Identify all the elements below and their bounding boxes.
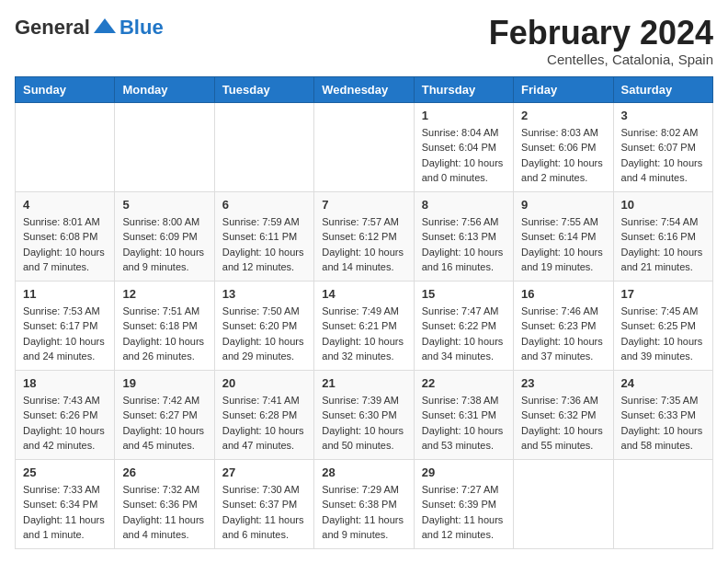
day-info: Sunrise: 7:49 AM Sunset: 6:21 PM Dayligh…	[322, 304, 405, 364]
day-number: 27	[222, 465, 306, 479]
calendar-cell	[613, 459, 712, 548]
calendar-cell: 10Sunrise: 7:54 AM Sunset: 6:16 PM Dayli…	[613, 191, 712, 281]
day-number: 28	[322, 465, 405, 479]
calendar-cell: 5Sunrise: 8:00 AM Sunset: 6:09 PM Daylig…	[115, 191, 214, 281]
day-info: Sunrise: 7:39 AM Sunset: 6:30 PM Dayligh…	[322, 393, 405, 454]
day-info: Sunrise: 7:54 AM Sunset: 6:16 PM Dayligh…	[621, 214, 705, 275]
day-info: Sunrise: 7:42 AM Sunset: 6:27 PM Dayligh…	[122, 393, 206, 454]
day-number: 18	[23, 376, 107, 390]
day-number: 2	[521, 109, 605, 122]
calendar-cell: 9Sunrise: 7:55 AM Sunset: 6:14 PM Daylig…	[514, 191, 613, 281]
weekday-header-friday: Friday	[514, 76, 613, 102]
calendar-cell: 28Sunrise: 7:29 AM Sunset: 6:38 PM Dayli…	[314, 459, 414, 548]
day-info: Sunrise: 7:59 AM Sunset: 6:11 PM Dayligh…	[222, 214, 306, 275]
day-info: Sunrise: 8:04 AM Sunset: 6:04 PM Dayligh…	[422, 125, 506, 186]
calendar-body: 1Sunrise: 8:04 AM Sunset: 6:04 PM Daylig…	[16, 102, 713, 548]
day-info: Sunrise: 7:32 AM Sunset: 6:36 PM Dayligh…	[122, 482, 206, 543]
day-info: Sunrise: 7:36 AM Sunset: 6:32 PM Dayligh…	[521, 393, 605, 454]
day-info: Sunrise: 7:33 AM Sunset: 6:34 PM Dayligh…	[23, 482, 107, 543]
logo-general-text: General	[15, 16, 90, 40]
day-info: Sunrise: 7:41 AM Sunset: 6:28 PM Dayligh…	[222, 393, 306, 454]
day-info: Sunrise: 7:35 AM Sunset: 6:33 PM Dayligh…	[621, 393, 705, 454]
calendar-cell: 3Sunrise: 8:02 AM Sunset: 6:07 PM Daylig…	[613, 102, 712, 191]
day-info: Sunrise: 7:47 AM Sunset: 6:22 PM Dayligh…	[422, 304, 506, 364]
day-number: 21	[322, 376, 405, 390]
logo: General Blue	[15, 15, 164, 40]
calendar-cell: 15Sunrise: 7:47 AM Sunset: 6:22 PM Dayli…	[414, 281, 513, 370]
day-number: 7	[322, 198, 405, 212]
day-info: Sunrise: 7:55 AM Sunset: 6:14 PM Dayligh…	[521, 214, 605, 275]
calendar-cell	[115, 102, 214, 191]
weekday-header-monday: Monday	[115, 76, 214, 102]
day-info: Sunrise: 7:46 AM Sunset: 6:23 PM Dayligh…	[521, 304, 605, 364]
day-info: Sunrise: 8:02 AM Sunset: 6:07 PM Dayligh…	[621, 125, 705, 186]
day-number: 22	[422, 376, 506, 390]
calendar-week-row: 4Sunrise: 8:01 AM Sunset: 6:08 PM Daylig…	[16, 191, 713, 281]
day-info: Sunrise: 7:45 AM Sunset: 6:25 PM Dayligh…	[621, 304, 705, 364]
day-info: Sunrise: 7:43 AM Sunset: 6:26 PM Dayligh…	[23, 393, 107, 454]
calendar-week-row: 25Sunrise: 7:33 AM Sunset: 6:34 PM Dayli…	[16, 459, 713, 548]
day-number: 20	[222, 376, 306, 390]
day-number: 6	[222, 198, 306, 212]
day-number: 19	[122, 376, 206, 390]
calendar-cell: 12Sunrise: 7:51 AM Sunset: 6:18 PM Dayli…	[115, 281, 214, 370]
weekday-header-tuesday: Tuesday	[214, 76, 313, 102]
weekday-header-thursday: Thursday	[414, 76, 513, 102]
calendar-cell: 26Sunrise: 7:32 AM Sunset: 6:36 PM Dayli…	[115, 459, 214, 548]
day-info: Sunrise: 7:56 AM Sunset: 6:13 PM Dayligh…	[422, 214, 506, 275]
calendar-cell: 29Sunrise: 7:27 AM Sunset: 6:39 PM Dayli…	[414, 459, 513, 548]
day-info: Sunrise: 7:53 AM Sunset: 6:17 PM Dayligh…	[23, 304, 107, 364]
calendar-cell: 2Sunrise: 8:03 AM Sunset: 6:06 PM Daylig…	[514, 102, 613, 191]
day-number: 15	[422, 287, 506, 301]
weekday-header-wednesday: Wednesday	[314, 76, 414, 102]
calendar-cell: 22Sunrise: 7:38 AM Sunset: 6:31 PM Dayli…	[414, 370, 513, 459]
header: General Blue February 2024 Centelles, Ca…	[15, 15, 713, 67]
day-number: 17	[621, 287, 705, 301]
weekday-header-sunday: Sunday	[16, 76, 115, 102]
calendar-cell: 20Sunrise: 7:41 AM Sunset: 6:28 PM Dayli…	[214, 370, 313, 459]
day-number: 24	[621, 376, 705, 390]
day-number: 25	[23, 465, 107, 479]
day-number: 4	[23, 198, 107, 212]
calendar-cell: 7Sunrise: 7:57 AM Sunset: 6:12 PM Daylig…	[314, 191, 414, 281]
calendar-cell: 21Sunrise: 7:39 AM Sunset: 6:30 PM Dayli…	[314, 370, 414, 459]
calendar-table: SundayMondayTuesdayWednesdayThursdayFrid…	[15, 76, 713, 549]
calendar-cell: 27Sunrise: 7:30 AM Sunset: 6:37 PM Dayli…	[214, 459, 313, 548]
calendar-cell: 6Sunrise: 7:59 AM Sunset: 6:11 PM Daylig…	[214, 191, 313, 281]
calendar-week-row: 11Sunrise: 7:53 AM Sunset: 6:17 PM Dayli…	[16, 281, 713, 370]
day-info: Sunrise: 7:57 AM Sunset: 6:12 PM Dayligh…	[322, 214, 405, 275]
day-info: Sunrise: 7:38 AM Sunset: 6:31 PM Dayligh…	[422, 393, 506, 454]
calendar-cell	[16, 102, 115, 191]
day-info: Sunrise: 7:50 AM Sunset: 6:20 PM Dayligh…	[222, 304, 306, 364]
day-number: 1	[422, 109, 506, 122]
day-number: 29	[422, 465, 506, 479]
logo-icon	[92, 15, 118, 40]
day-info: Sunrise: 8:03 AM Sunset: 6:06 PM Dayligh…	[521, 125, 605, 186]
weekday-header-saturday: Saturday	[613, 76, 712, 102]
day-number: 8	[422, 198, 506, 212]
day-info: Sunrise: 8:01 AM Sunset: 6:08 PM Dayligh…	[23, 214, 107, 275]
day-number: 14	[322, 287, 405, 301]
calendar-cell: 24Sunrise: 7:35 AM Sunset: 6:33 PM Dayli…	[613, 370, 712, 459]
calendar-week-row: 1Sunrise: 8:04 AM Sunset: 6:04 PM Daylig…	[16, 102, 713, 191]
day-info: Sunrise: 7:29 AM Sunset: 6:38 PM Dayligh…	[322, 482, 405, 543]
day-number: 26	[122, 465, 206, 479]
day-number: 13	[222, 287, 306, 301]
calendar-cell: 23Sunrise: 7:36 AM Sunset: 6:32 PM Dayli…	[514, 370, 613, 459]
calendar-cell: 11Sunrise: 7:53 AM Sunset: 6:17 PM Dayli…	[16, 281, 115, 370]
day-number: 23	[521, 376, 605, 390]
calendar-cell	[214, 102, 313, 191]
calendar-cell: 1Sunrise: 8:04 AM Sunset: 6:04 PM Daylig…	[414, 102, 513, 191]
month-year-title: February 2024	[489, 15, 713, 52]
calendar-header: SundayMondayTuesdayWednesdayThursdayFrid…	[16, 76, 713, 102]
calendar-cell: 18Sunrise: 7:43 AM Sunset: 6:26 PM Dayli…	[16, 370, 115, 459]
calendar-cell: 13Sunrise: 7:50 AM Sunset: 6:20 PM Dayli…	[214, 281, 313, 370]
svg-marker-0	[94, 18, 116, 33]
day-number: 9	[521, 198, 605, 212]
day-number: 10	[621, 198, 705, 212]
calendar-cell: 19Sunrise: 7:42 AM Sunset: 6:27 PM Dayli…	[115, 370, 214, 459]
day-info: Sunrise: 7:30 AM Sunset: 6:37 PM Dayligh…	[222, 482, 306, 543]
title-section: February 2024 Centelles, Catalonia, Spai…	[489, 15, 713, 67]
day-number: 16	[521, 287, 605, 301]
calendar-cell: 25Sunrise: 7:33 AM Sunset: 6:34 PM Dayli…	[16, 459, 115, 548]
